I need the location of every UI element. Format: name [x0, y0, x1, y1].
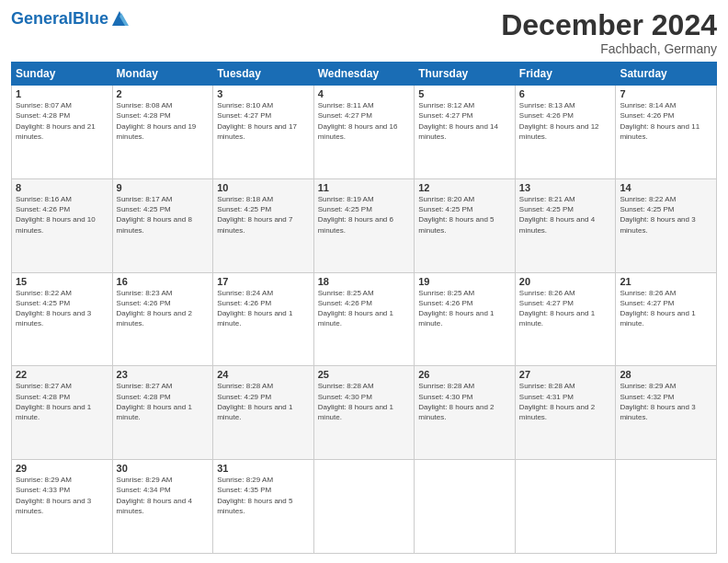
table-row: 18Sunrise: 8:25 AMSunset: 4:26 PMDayligh… [313, 272, 415, 366]
calendar-week-row: 8Sunrise: 8:16 AMSunset: 4:26 PMDaylight… [12, 178, 717, 272]
table-row: 26Sunrise: 8:28 AMSunset: 4:30 PMDayligh… [415, 366, 516, 460]
table-row [313, 460, 415, 554]
logo: GeneralBlue [11, 9, 129, 28]
title-block: December 2024 Fachbach, Germany [501, 9, 717, 56]
table-row: 10Sunrise: 8:18 AMSunset: 4:25 PMDayligh… [213, 178, 314, 272]
table-row: 27Sunrise: 8:28 AMSunset: 4:31 PMDayligh… [515, 366, 616, 460]
table-row: 1Sunrise: 8:07 AMSunset: 4:28 PMDaylight… [12, 86, 113, 179]
table-row: 12Sunrise: 8:20 AMSunset: 4:25 PMDayligh… [415, 178, 516, 272]
table-row: 17Sunrise: 8:24 AMSunset: 4:26 PMDayligh… [213, 272, 314, 366]
table-row: 30Sunrise: 8:29 AMSunset: 4:34 PMDayligh… [112, 460, 213, 554]
calendar-table: Sunday Monday Tuesday Wednesday Thursday… [11, 62, 717, 554]
location: Fachbach, Germany [501, 41, 717, 56]
table-row: 7Sunrise: 8:14 AMSunset: 4:26 PMDaylight… [616, 86, 717, 179]
table-row: 13Sunrise: 8:21 AMSunset: 4:25 PMDayligh… [515, 178, 616, 272]
logo-text: GeneralBlue [11, 10, 108, 27]
month-title: December 2024 [501, 9, 717, 41]
table-row: 31Sunrise: 8:29 AMSunset: 4:35 PMDayligh… [213, 460, 314, 554]
col-friday: Friday [515, 63, 616, 86]
table-row: 15Sunrise: 8:22 AMSunset: 4:25 PMDayligh… [12, 272, 113, 366]
header: GeneralBlue December 2024 Fachbach, Germ… [11, 9, 717, 56]
col-monday: Monday [112, 63, 213, 86]
table-row: 5Sunrise: 8:12 AMSunset: 4:27 PMDaylight… [415, 86, 516, 179]
calendar-week-row: 1Sunrise: 8:07 AMSunset: 4:28 PMDaylight… [12, 86, 717, 179]
col-tuesday: Tuesday [213, 63, 314, 86]
page-container: GeneralBlue December 2024 Fachbach, Germ… [0, 0, 728, 563]
table-row: 28Sunrise: 8:29 AMSunset: 4:32 PMDayligh… [616, 366, 717, 460]
table-row: 16Sunrise: 8:23 AMSunset: 4:26 PMDayligh… [112, 272, 213, 366]
calendar-header-row: Sunday Monday Tuesday Wednesday Thursday… [12, 63, 717, 86]
calendar-week-row: 15Sunrise: 8:22 AMSunset: 4:25 PMDayligh… [12, 272, 717, 366]
table-row: 14Sunrise: 8:22 AMSunset: 4:25 PMDayligh… [616, 178, 717, 272]
col-thursday: Thursday [415, 63, 516, 86]
table-row: 8Sunrise: 8:16 AMSunset: 4:26 PMDaylight… [12, 178, 113, 272]
table-row: 29Sunrise: 8:29 AMSunset: 4:33 PMDayligh… [12, 460, 113, 554]
table-row: 4Sunrise: 8:11 AMSunset: 4:27 PMDaylight… [313, 86, 415, 179]
table-row [515, 460, 616, 554]
table-row [415, 460, 516, 554]
table-row: 11Sunrise: 8:19 AMSunset: 4:25 PMDayligh… [313, 178, 415, 272]
table-row [616, 460, 717, 554]
logo-icon [110, 9, 129, 28]
table-row: 21Sunrise: 8:26 AMSunset: 4:27 PMDayligh… [616, 272, 717, 366]
table-row: 9Sunrise: 8:17 AMSunset: 4:25 PMDaylight… [112, 178, 213, 272]
table-row: 23Sunrise: 8:27 AMSunset: 4:28 PMDayligh… [112, 366, 213, 460]
table-row: 2Sunrise: 8:08 AMSunset: 4:28 PMDaylight… [112, 86, 213, 179]
table-row: 6Sunrise: 8:13 AMSunset: 4:26 PMDaylight… [515, 86, 616, 179]
table-row: 24Sunrise: 8:28 AMSunset: 4:29 PMDayligh… [213, 366, 314, 460]
calendar-week-row: 22Sunrise: 8:27 AMSunset: 4:28 PMDayligh… [12, 366, 717, 460]
col-wednesday: Wednesday [313, 63, 415, 86]
calendar-week-row: 29Sunrise: 8:29 AMSunset: 4:33 PMDayligh… [12, 460, 717, 554]
table-row: 20Sunrise: 8:26 AMSunset: 4:27 PMDayligh… [515, 272, 616, 366]
table-row: 19Sunrise: 8:25 AMSunset: 4:26 PMDayligh… [415, 272, 516, 366]
table-row: 3Sunrise: 8:10 AMSunset: 4:27 PMDaylight… [213, 86, 314, 179]
col-saturday: Saturday [616, 63, 717, 86]
table-row: 25Sunrise: 8:28 AMSunset: 4:30 PMDayligh… [313, 366, 415, 460]
table-row: 22Sunrise: 8:27 AMSunset: 4:28 PMDayligh… [12, 366, 113, 460]
col-sunday: Sunday [12, 63, 113, 86]
